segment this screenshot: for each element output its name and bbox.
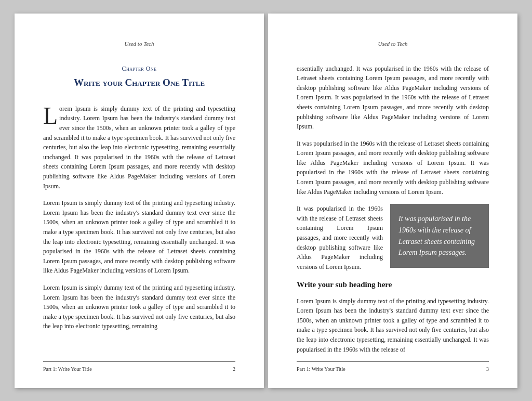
subheading: Write your sub heading here <box>297 279 489 291</box>
pullquote-section: It was popularised in the 1960s with the… <box>297 204 489 361</box>
left-page-footer: Part 1: Write Your Title 2 <box>43 361 235 373</box>
paragraph-2: Lorem Ipsum is simply dummy text of the … <box>43 198 235 276</box>
left-page: Used to Tech Chapter One Write your Chap… <box>15 14 264 388</box>
para1-text: orem Ipsum is simply dummy text of the p… <box>43 105 235 190</box>
right-para-4: Lorem Ipsum is simply dummy text of the … <box>297 296 489 355</box>
left-page-header: Used to Tech <box>43 40 235 48</box>
right-page-footer: Part 1: Write Your Title 3 <box>297 361 489 373</box>
right-para-2-text: It was popularised in the 1960s with the… <box>297 140 489 196</box>
right-page: Used to Tech essentially unchanged. It w… <box>268 14 517 388</box>
right-para-1: essentially unchanged. It was popularise… <box>297 64 489 132</box>
paragraph-1: L orem Ipsum is simply dummy text of the… <box>43 104 235 191</box>
paragraph-3: Lorem Ipsum is simply dummy text of the … <box>43 283 235 331</box>
pullquote: It was popularised in the 1960s with the… <box>390 204 489 268</box>
chapter-label: Chapter One <box>43 64 235 74</box>
pullquote-text: It was popularised in the 1960s with the… <box>398 215 475 256</box>
right-page-header: Used to Tech <box>297 40 489 48</box>
right-para-2: It was popularised in the 1960s with the… <box>297 139 489 197</box>
chapter-title: Write your Chapter One Title <box>43 76 235 89</box>
footer-page-number-right: 3 <box>486 365 489 373</box>
footer-page-number: 2 <box>233 365 235 373</box>
book-spread: Used to Tech Chapter One Write your Chap… <box>15 14 517 388</box>
footer-left-label: Part 1: Write Your Title <box>43 365 92 373</box>
footer-right-label: Part 1: Write Your Title <box>297 365 345 373</box>
drop-cap: L <box>43 107 58 125</box>
